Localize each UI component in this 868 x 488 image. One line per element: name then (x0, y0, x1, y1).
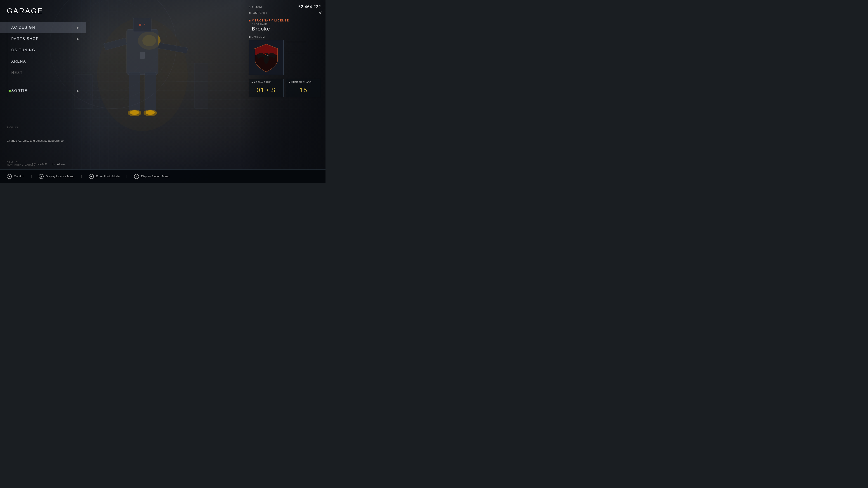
svg-point-28 (265, 54, 266, 55)
sep-3: | (126, 175, 127, 178)
side-line-4 (286, 45, 306, 45)
pilot-name: Brooke (252, 26, 321, 32)
cam-id: CAM 01 (7, 161, 35, 164)
coam-item: € COAM (249, 5, 262, 9)
stats-row: ARENA RANK 01 / S HUNTER CLASS 15 (249, 78, 321, 97)
ac-design-label: AC DESIGN (11, 26, 35, 30)
arena-rank-label-row: ARENA RANK (252, 81, 281, 84)
photo-icon: ◉ (89, 174, 94, 179)
nest-label: NEST (11, 71, 23, 75)
menu-item-sortie[interactable]: SORTIE ▶ (0, 85, 86, 96)
cam-mode: MONITORING GARAGE (7, 164, 35, 166)
parts-shop-arrow: ▶ (76, 37, 79, 41)
ac-design-arrow: ▶ (76, 26, 79, 29)
menu-item-parts-shop[interactable]: PARTS SHOP ▶ (0, 33, 86, 44)
coam-row: € COAM 62,464,232 (249, 4, 321, 9)
hunter-class-dot (289, 82, 290, 83)
sortie-label: SORTIE (11, 89, 27, 93)
hint-photo: ◉ :Enter Photo Mode (89, 174, 120, 179)
emblem-side-decoration (286, 41, 306, 54)
system-icon: ≡ (134, 174, 139, 179)
menu-item-arena[interactable]: ARENA (0, 56, 86, 67)
hunter-class-title: HUNTER CLASS (291, 81, 311, 84)
coam-icon: € (249, 5, 250, 9)
license-title: MERCENARY LICENSE (252, 19, 289, 22)
hunter-class-box: HUNTER CLASS 15 (286, 78, 321, 97)
emblem-box (249, 40, 284, 75)
emblem-container (249, 40, 321, 75)
side-line-3 (286, 43, 298, 43)
ost-row: ▣ OST Chips 0 (249, 11, 321, 14)
menu-vertical-line (7, 20, 7, 97)
license-icon: △ (39, 174, 43, 179)
photo-hint-text: :Enter Photo Mode (95, 175, 120, 178)
bottom-bar: ✕ :Confirm | △ :Display License Menu | ◉… (0, 169, 326, 183)
coam-label: COAM (252, 5, 262, 8)
main-menu: AC DESIGN ▶ PARTS SHOP ▶ OS TUNING ARENA… (0, 22, 86, 96)
sortie-arrow: ▶ (76, 89, 79, 93)
emblem-dot (249, 36, 250, 38)
svg-point-27 (264, 53, 269, 57)
svg-point-29 (254, 48, 256, 49)
parts-shop-label: PARTS SHOP (11, 37, 39, 41)
emblem-title: EMBLEM (252, 35, 265, 38)
dots-decoration (321, 11, 322, 13)
confirm-text: :Confirm (13, 175, 24, 178)
hint-system: ≡ :Display System Menu (134, 174, 169, 179)
svg-rect-23 (194, 63, 208, 108)
license-hint-text: :Display License Menu (45, 175, 74, 178)
ac-name-value: Lockdown (53, 163, 65, 166)
system-hint-text: :Display System Menu (141, 175, 169, 178)
left-panel: GARAGE AC DESIGN ▶ PARTS SHOP ▶ OS TUNIN… (0, 0, 86, 169)
garage-title: GARAGE (0, 4, 86, 20)
side-line-8 (286, 51, 306, 51)
cam-info: CAM 01 MONITORING GARAGE (7, 161, 35, 166)
coam-value: 62,464,232 (298, 4, 321, 9)
pilot-name-label: PILOT NAME (252, 23, 321, 26)
emblem-label-row: EMBLEM (249, 35, 321, 38)
menu-item-os-tuning[interactable]: OS TUNING (0, 44, 86, 56)
hunter-class-value: 15 (289, 86, 318, 95)
sortie-active-dot (8, 90, 11, 92)
dot-2 (321, 13, 322, 13)
mercenary-license-section: MERCENARY LICENSE PILOT NAME Brooke (249, 19, 321, 32)
ost-label: OST Chips (253, 11, 267, 14)
confirm-icon: ✕ (7, 174, 12, 179)
menu-item-nest: NEST (0, 67, 86, 78)
side-line-6 (286, 48, 306, 48)
side-line-7 (286, 49, 298, 49)
svg-point-30 (277, 48, 278, 49)
menu-item-ac-design[interactable]: AC DESIGN ▶ (0, 22, 86, 33)
ost-value: 0 (319, 11, 321, 14)
hunter-class-label-row: HUNTER CLASS (289, 81, 318, 84)
description: Change AC parts and adjust its appearanc… (7, 139, 81, 142)
ost-icon: ▣ (249, 11, 251, 14)
sep-1: | (31, 175, 32, 178)
dot-1 (321, 11, 322, 12)
arena-rank-dot (252, 82, 253, 83)
sep-2: | (81, 175, 82, 178)
hint-license: △ :Display License Menu (39, 174, 74, 179)
os-tuning-label: OS TUNING (11, 48, 35, 52)
arena-rank-title: ARENA RANK (254, 81, 271, 84)
license-dot (249, 20, 250, 22)
arena-rank-value: 01 / S (252, 86, 281, 95)
right-panel: € COAM 62,464,232 ▣ OST Chips 0 MERCENAR… (244, 0, 326, 169)
ac-name-sep: : (50, 163, 50, 166)
license-label-row: MERCENARY LICENSE (249, 19, 321, 22)
hint-confirm: ✕ :Confirm (7, 174, 24, 179)
emblem-image (252, 43, 281, 72)
env-label: ENVI: AS (7, 126, 18, 129)
ac-name-bar: AC NAME : Lockdown (32, 163, 65, 166)
side-line-5 (286, 46, 298, 46)
ac-name-label: AC NAME (32, 163, 47, 166)
side-line-1 (286, 41, 306, 41)
arena-label: ARENA (11, 59, 26, 64)
arena-rank-box: ARENA RANK 01 / S (249, 78, 284, 97)
